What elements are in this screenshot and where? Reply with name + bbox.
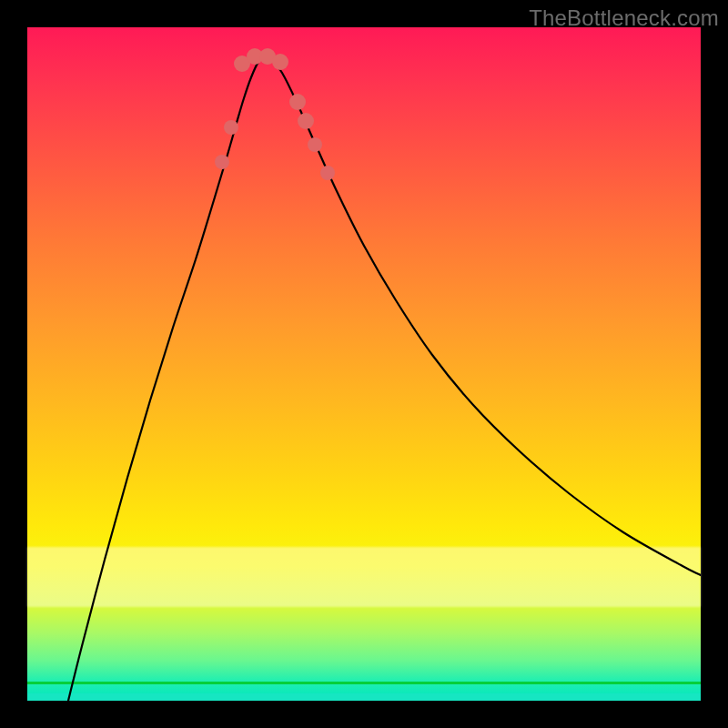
chart-green-line [27, 682, 701, 684]
chart-teal-strip [27, 693, 701, 701]
chart-frame [27, 27, 701, 701]
chart-pale-band [27, 547, 701, 607]
